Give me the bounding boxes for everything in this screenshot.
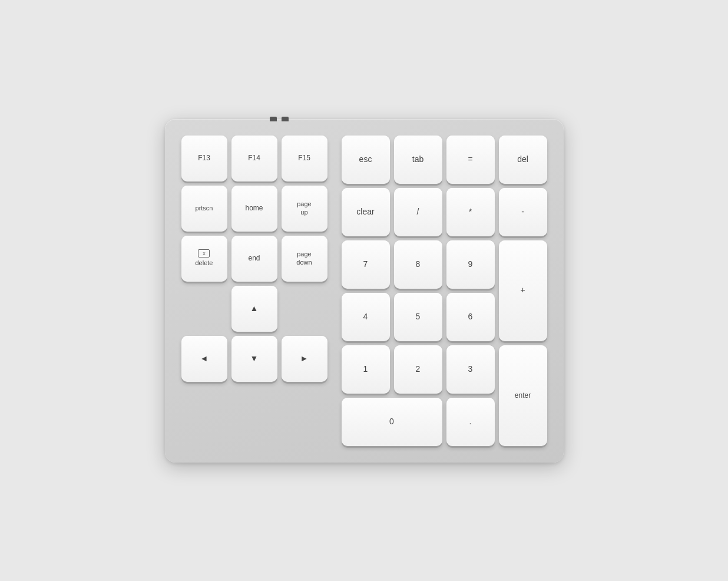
keyboard: F13 F14 F15 prtscn home page up bbox=[165, 119, 564, 463]
arrow-key-row: ◄ ▼ ► bbox=[181, 336, 327, 382]
key-3[interactable]: 3 bbox=[446, 345, 495, 394]
key-arrow-up[interactable]: ▲ bbox=[231, 286, 277, 332]
right-row-5: 1 2 3 0 . bbox=[342, 345, 547, 446]
key-enter[interactable]: enter bbox=[499, 345, 547, 446]
row-0-dot: 0 . bbox=[342, 398, 495, 446]
key-2[interactable]: 2 bbox=[394, 345, 442, 394]
num-block: 7 8 9 4 5 6 bbox=[342, 240, 495, 341]
key-dot[interactable]: . bbox=[446, 398, 495, 446]
key-plus[interactable]: + bbox=[499, 240, 547, 341]
delete-icon bbox=[198, 249, 210, 258]
key-9[interactable]: 9 bbox=[446, 240, 495, 289]
function-key-row: F13 F14 F15 bbox=[181, 136, 327, 181]
row-456: 4 5 6 bbox=[342, 293, 495, 341]
key-6[interactable]: 6 bbox=[446, 293, 495, 341]
key-end[interactable]: end bbox=[231, 236, 277, 282]
key-esc[interactable]: esc bbox=[342, 136, 390, 184]
key-arrow-right[interactable]: ► bbox=[282, 336, 327, 382]
key-tab[interactable]: tab bbox=[394, 136, 442, 184]
key-1[interactable]: 1 bbox=[342, 345, 390, 394]
right-row-2: clear / * - bbox=[342, 188, 547, 236]
nav-key-row-1: prtscn home page up bbox=[181, 186, 327, 232]
key-equals[interactable]: = bbox=[446, 136, 495, 184]
key-0[interactable]: 0 bbox=[342, 398, 442, 446]
key-pageup[interactable]: page up bbox=[282, 186, 327, 232]
key-multiply[interactable]: * bbox=[446, 188, 495, 236]
key-f13[interactable]: F13 bbox=[181, 136, 227, 181]
right-row-3: 7 8 9 4 5 6 bbox=[342, 240, 547, 341]
key-prtscn[interactable]: prtscn bbox=[181, 186, 227, 232]
row-789: 7 8 9 bbox=[342, 240, 495, 289]
right-section: esc tab = del clear / * - bbox=[342, 136, 547, 446]
key-divide[interactable]: / bbox=[394, 188, 442, 236]
key-5[interactable]: 5 bbox=[394, 293, 442, 341]
key-del[interactable]: del bbox=[499, 136, 547, 184]
key-7[interactable]: 7 bbox=[342, 240, 390, 289]
key-minus[interactable]: - bbox=[499, 188, 547, 236]
num-block-bottom: 1 2 3 0 . bbox=[342, 345, 495, 446]
key-clear[interactable]: clear bbox=[342, 188, 390, 236]
key-pagedown[interactable]: page down bbox=[282, 236, 327, 282]
key-f15[interactable]: F15 bbox=[282, 136, 327, 181]
key-delete[interactable]: delete bbox=[181, 236, 227, 282]
row-123: 1 2 3 bbox=[342, 345, 495, 394]
right-row-1: esc tab = del bbox=[342, 136, 547, 184]
key-8[interactable]: 8 bbox=[394, 240, 442, 289]
key-f14[interactable]: F14 bbox=[231, 136, 277, 181]
arrow-up-row: ▲ bbox=[181, 286, 327, 332]
key-arrow-left[interactable]: ◄ bbox=[181, 336, 227, 382]
key-home[interactable]: home bbox=[231, 186, 277, 232]
key-4[interactable]: 4 bbox=[342, 293, 390, 341]
nav-key-row-2: delete end page down bbox=[181, 236, 327, 282]
left-section: F13 F14 F15 prtscn home page up bbox=[181, 136, 327, 446]
key-arrow-down[interactable]: ▼ bbox=[231, 336, 277, 382]
